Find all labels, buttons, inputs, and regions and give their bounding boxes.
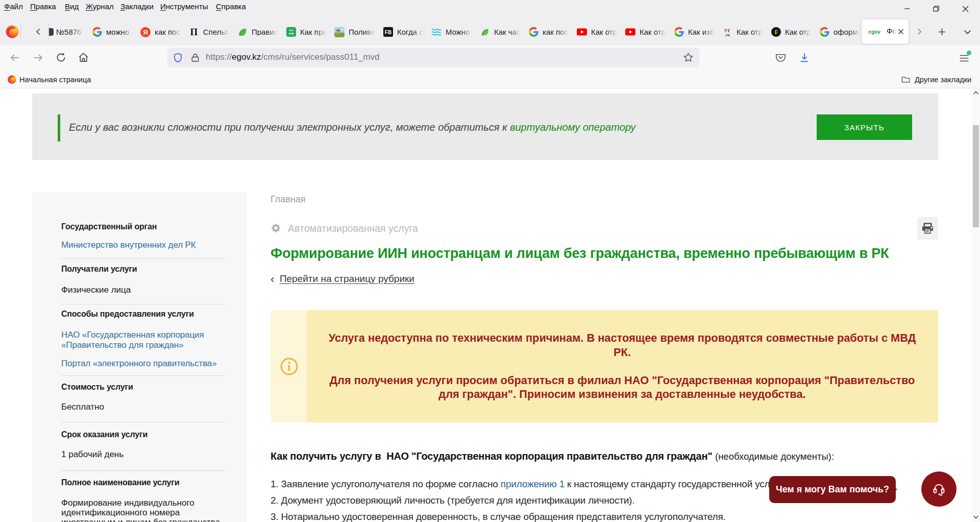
svg-text:.ru: .ru (725, 32, 729, 37)
svg-text:F: F (774, 29, 778, 35)
svg-text:gov: gov (871, 29, 880, 35)
svg-text:род: род (288, 32, 293, 35)
svg-text:Я: Я (143, 28, 148, 36)
svg-text:FB: FB (384, 30, 391, 35)
